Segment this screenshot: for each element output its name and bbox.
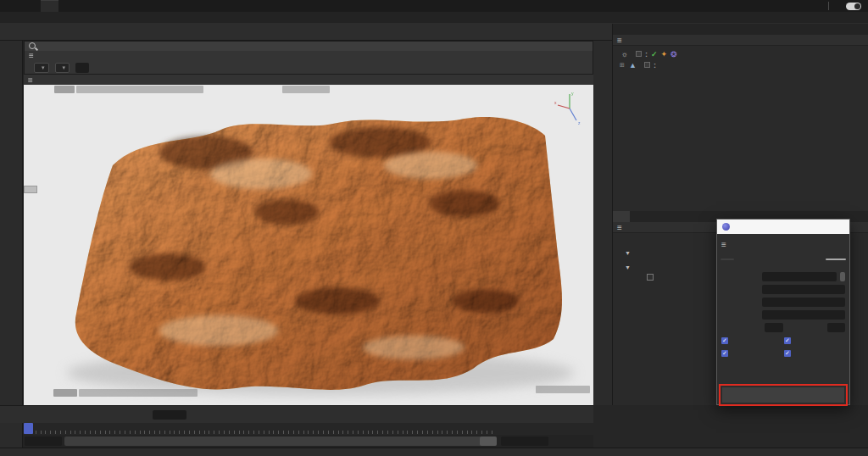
checkbox-check-icon: ✓ <box>721 337 728 344</box>
terrain-object-icon: ▲ <box>628 61 637 70</box>
status-bar <box>0 448 868 456</box>
terrain-render <box>24 85 593 405</box>
hamburger-icon[interactable]: ≡ <box>613 223 626 232</box>
visibility-dots[interactable]: : <box>654 61 656 70</box>
bridge-tab[interactable] <box>721 259 734 260</box>
objects-menu-bar: ≡ <box>613 35 868 46</box>
dialog-title-bar[interactable] <box>717 220 849 234</box>
subd-viewport-input[interactable] <box>765 323 783 332</box>
ruler-tick-marks <box>25 431 497 434</box>
animation-toolbar <box>0 405 593 423</box>
sync-info-text <box>717 264 849 270</box>
range-start-field[interactable] <box>25 437 62 446</box>
world-creator-bridge-dialog: ≡ ✓ ✓ <box>716 219 850 405</box>
layer-swatch[interactable] <box>644 62 650 68</box>
visibility-dots[interactable]: : <box>645 50 648 58</box>
viewport-transform-overlay <box>53 389 77 397</box>
chevron-down-icon: ▾ <box>63 64 66 71</box>
daylight-tag-icon[interactable]: ✦ <box>661 50 668 58</box>
svg-text:y: y <box>571 91 574 96</box>
search-icon <box>28 42 38 52</box>
hamburger-icon[interactable]: ≡ <box>613 36 626 45</box>
imager-dropdown[interactable]: ▾ <box>34 63 49 73</box>
import-layers-checkbox[interactable]: ✓ <box>721 337 782 344</box>
tab-layers[interactable] <box>630 211 647 222</box>
dialog-tabs <box>717 253 849 264</box>
viewport-menu-bar: ≡ <box>24 75 593 85</box>
daylight-object-icon: ☼ <box>620 50 629 58</box>
kernel-dropdown[interactable]: ▾ <box>55 63 70 73</box>
collapse-arrow-icon[interactable]: ▼ <box>625 264 631 270</box>
reset-objects-checkbox[interactable]: ✓ <box>721 350 782 357</box>
panel-filler <box>593 405 868 448</box>
synchronize-button[interactable] <box>721 386 845 403</box>
browse-button[interactable] <box>840 272 845 281</box>
tab-attributes[interactable] <box>613 211 630 222</box>
axis-gizmo-icon: x y z <box>551 90 585 127</box>
subd-render-input[interactable] <box>827 323 846 332</box>
octane-window-title-bar <box>25 42 593 51</box>
world-creator-logo-icon <box>722 223 730 231</box>
hamburger-icon[interactable]: ≡ <box>24 75 37 85</box>
current-frame-field[interactable] <box>153 410 186 420</box>
svg-text:x: x <box>554 100 557 105</box>
checkbox-check-icon: ✓ <box>784 350 791 357</box>
chevron-down-icon: ▾ <box>42 64 45 71</box>
reset-materials-checkbox[interactable]: ✓ <box>784 350 845 357</box>
asset-name-input[interactable] <box>762 285 845 294</box>
range-end-field[interactable] <box>501 437 548 446</box>
object-row[interactable]: ☼ : ✓ ✦ ❂ <box>613 48 868 59</box>
xml-path-input[interactable] <box>762 272 837 281</box>
timeline-ruler[interactable] <box>24 423 593 435</box>
hamburger-icon[interactable]: ≡ <box>721 240 726 249</box>
main-menu-bar <box>0 12 868 23</box>
left-tool-palette <box>0 41 23 448</box>
svg-text:z: z <box>578 120 581 125</box>
application-window: ≡ ▾ ▾ ≡ <box>0 0 868 456</box>
sky-tag-icon[interactable]: ❂ <box>670 50 677 58</box>
collapse-arrow-icon[interactable]: ▼ <box>625 250 631 256</box>
playhead[interactable] <box>24 423 33 434</box>
divider <box>828 2 829 10</box>
expand-icon[interactable]: ⊞ <box>620 62 625 69</box>
splitter-handle[interactable] <box>24 186 37 193</box>
frame-range-row <box>24 435 593 448</box>
layer-swatch[interactable] <box>636 51 642 57</box>
window-title-bar <box>0 0 868 12</box>
enabled-check-icon[interactable]: ✓ <box>651 50 658 58</box>
viewport-fps-overlay <box>536 386 590 393</box>
checkbox-check-icon: ✓ <box>784 337 791 344</box>
viewport-info-overlay <box>54 86 75 93</box>
range-slider[interactable] <box>64 437 497 446</box>
object-row[interactable]: ⊞ ▲ : <box>613 59 868 70</box>
world-scale-input[interactable] <box>762 298 845 307</box>
octane-menu-bar: ≡ <box>25 51 593 60</box>
hamburger-icon[interactable]: ≡ <box>25 51 38 60</box>
viewport-camera-overlay <box>282 86 330 93</box>
range-end-handle[interactable] <box>480 437 497 446</box>
octane-toolbar: ▾ ▾ <box>25 60 593 75</box>
checkbox-check-icon: ✓ <box>721 350 728 357</box>
viewport-info-overlay <box>76 86 203 93</box>
height-scale-input[interactable] <box>762 310 845 320</box>
objects-panel-tabs <box>613 24 868 35</box>
layout-toggle[interactable] <box>846 3 861 10</box>
3d-viewport[interactable]: x y z <box>24 85 593 405</box>
object-create-strip <box>593 41 612 405</box>
adjust-clipping-checkbox[interactable]: ✓ <box>784 337 845 344</box>
document-tab[interactable] <box>41 0 58 12</box>
exposure-field[interactable] <box>75 63 89 73</box>
octane-live-viewer-window: ≡ ▾ ▾ <box>24 41 593 75</box>
viewport-stats-overlay <box>79 389 198 397</box>
about-tab[interactable] <box>736 259 749 260</box>
reset-button[interactable] <box>826 259 846 260</box>
checkbox[interactable] <box>647 274 654 281</box>
